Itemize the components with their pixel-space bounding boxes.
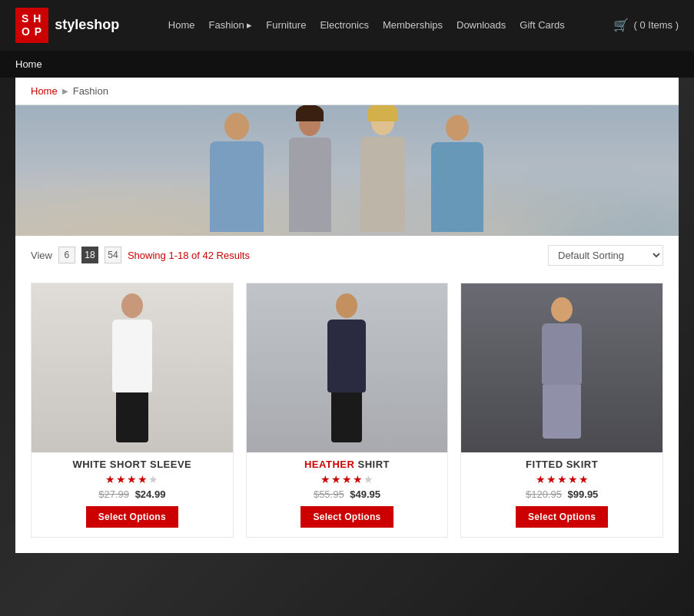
product-card: FITTED SKIRT ★ ★ ★ ★ ★ $120.95 $99.95 Se… <box>460 283 663 538</box>
product-card: HEATHER SHIRT ★ ★ ★ ★ ★ $55.95 $49.95 Se… <box>246 283 449 538</box>
view-label: View <box>31 250 52 261</box>
logo-style: style <box>55 17 86 32</box>
product-image-3 <box>461 283 662 452</box>
select-options-button-3[interactable]: Select Options <box>516 506 608 528</box>
banner-person-1 <box>194 113 279 232</box>
logo-icon: S HO P <box>15 8 48 43</box>
product-figure-1 <box>112 293 152 442</box>
product-image-1 <box>32 283 233 452</box>
product-figure-2 <box>327 293 366 442</box>
cart-icon: 🛒 <box>613 18 629 32</box>
breadcrumb-current: Fashion <box>73 85 108 97</box>
product-image-2 <box>247 283 448 452</box>
logo-text: styleshop <box>55 17 119 33</box>
page-title: Home <box>15 58 42 70</box>
logo-area: S HO P styleshop <box>15 8 119 43</box>
main-content: Home ▶ Fashion <box>15 78 679 553</box>
cart-area[interactable]: 🛒 ( 0 Items ) <box>613 18 679 32</box>
product-name-1: WHITE SHORT SLEEVE <box>32 459 233 470</box>
product-stars-1: ★ ★ ★ ★ ★ <box>32 473 233 485</box>
products-grid: WHITE SHORT SLEEVE ★ ★ ★ ★ ★ $27.99 $24.… <box>31 283 663 538</box>
product-name-3: FITTED SKIRT <box>461 459 662 470</box>
banner-person-4 <box>415 115 500 232</box>
products-section: WHITE SHORT SLEEVE ★ ★ ★ ★ ★ $27.99 $24.… <box>15 275 679 553</box>
logo-shop: shop <box>86 17 119 32</box>
product-price-3: $120.95 $99.95 <box>461 488 662 500</box>
main-nav: Home Fashion ▸ Furniture Electronics Mem… <box>168 19 565 31</box>
view-controls: View 6 18 54 <box>31 247 121 263</box>
nav-home[interactable]: Home <box>168 19 195 31</box>
product-name-2: HEATHER SHIRT <box>247 459 448 470</box>
banner-person-3 <box>344 109 421 232</box>
view-6-button[interactable]: 6 <box>58 247 75 263</box>
view-18-button[interactable]: 18 <box>81 247 98 263</box>
product-figure-3 <box>542 297 582 439</box>
header: S HO P styleshop Home Fashion ▸ Furnitur… <box>0 0 694 51</box>
nav-gift-cards[interactable]: Gift Cards <box>520 19 565 31</box>
controls-bar: View 6 18 54 Showing 1-18 of 42 Results … <box>15 236 679 275</box>
banner <box>15 105 679 236</box>
breadcrumb-home[interactable]: Home <box>31 85 58 97</box>
product-card: WHITE SHORT SLEEVE ★ ★ ★ ★ ★ $27.99 $24.… <box>31 283 234 538</box>
product-price-1: $27.99 $24.99 <box>32 488 233 500</box>
nav-electronics[interactable]: Electronics <box>320 19 369 31</box>
nav-downloads[interactable]: Downloads <box>457 19 506 31</box>
banner-image <box>15 105 679 236</box>
sort-select[interactable]: Default Sorting <box>548 245 663 266</box>
view-54-button[interactable]: 54 <box>105 247 121 263</box>
select-options-button-1[interactable]: Select Options <box>86 506 178 528</box>
nav-memberships[interactable]: Memberships <box>383 19 443 31</box>
page-title-bar: Home <box>0 51 694 78</box>
nav-fashion[interactable]: Fashion ▸ <box>208 19 252 31</box>
nav-furniture[interactable]: Furniture <box>266 19 306 31</box>
banner-person-2 <box>271 111 348 232</box>
breadcrumb: Home ▶ Fashion <box>15 78 679 105</box>
cart-count: ( 0 Items ) <box>633 19 679 31</box>
product-price-2: $55.95 $49.95 <box>247 488 448 500</box>
results-count: Showing 1-18 of 42 Results <box>128 250 250 261</box>
select-options-button-2[interactable]: Select Options <box>301 506 393 528</box>
product-stars-3: ★ ★ ★ ★ ★ <box>461 473 662 485</box>
product-stars-2: ★ ★ ★ ★ ★ <box>247 473 448 485</box>
breadcrumb-separator: ▶ <box>62 87 68 95</box>
